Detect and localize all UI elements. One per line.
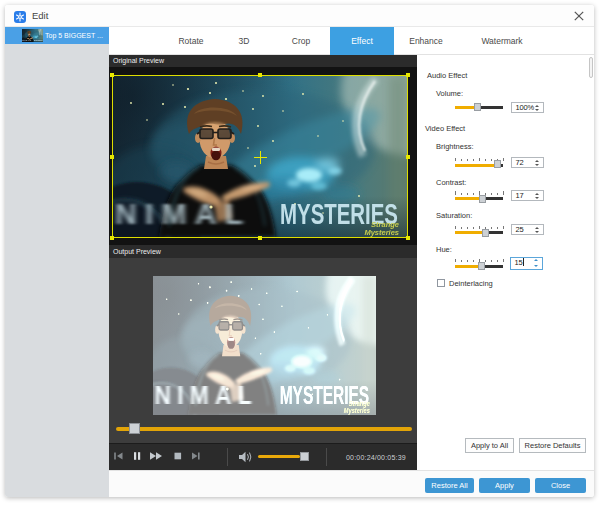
svg-text:Mysteries: Mysteries — [364, 228, 399, 237]
svg-text:NIMAL: NIMAL — [115, 197, 248, 230]
